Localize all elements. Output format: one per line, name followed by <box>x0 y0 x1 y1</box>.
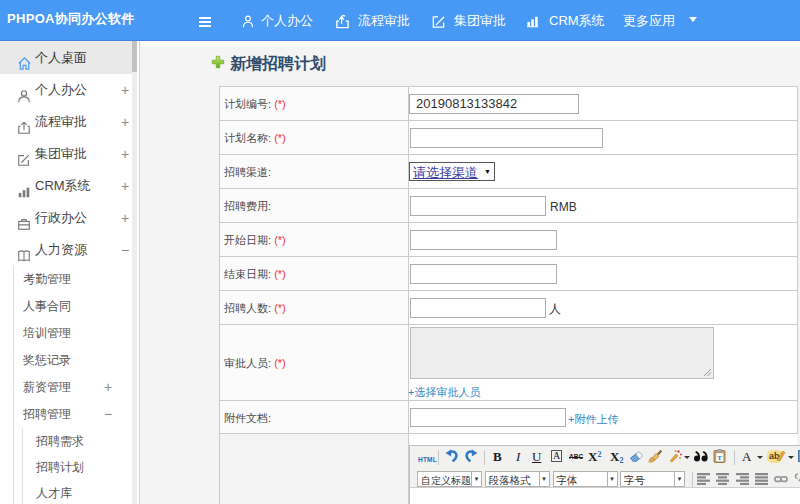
svg-text:T: T <box>717 454 722 462</box>
